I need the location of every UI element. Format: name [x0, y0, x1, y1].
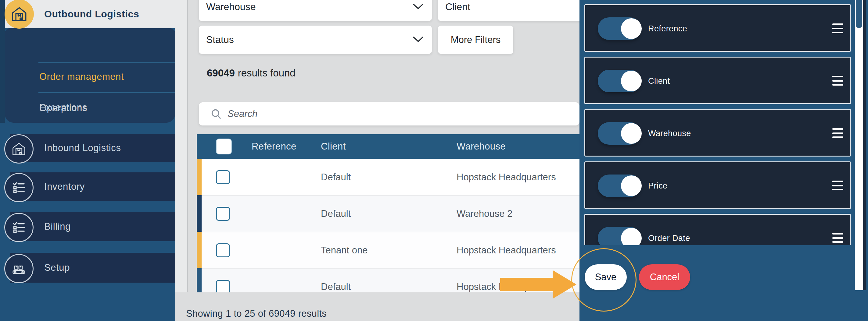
- results-count: 69049 results found: [207, 66, 296, 80]
- orders-table: Reference Client Warehouse Default Hopst…: [197, 134, 580, 292]
- toggle-label: Price: [648, 181, 668, 191]
- submenu-divider: [38, 63, 175, 63]
- table-row[interactable]: Tenant one Hopstack Headquarters: [197, 232, 580, 268]
- row-checkbox[interactable]: [216, 207, 230, 221]
- toggle-switch-client[interactable]: [598, 70, 641, 92]
- column-toggle-card-price[interactable]: Price: [584, 162, 851, 209]
- select-all-checkbox[interactable]: [216, 139, 232, 154]
- submenu-divider: [38, 92, 175, 93]
- column-header-client[interactable]: Client: [321, 141, 346, 152]
- toggle-knob: [621, 71, 642, 92]
- row-status-accent: [197, 268, 202, 292]
- search-icon: [210, 108, 223, 120]
- warehouse-icon: [5, 0, 34, 29]
- sidebar-item-label: Inventory: [44, 181, 85, 192]
- cell-client: Default: [321, 172, 351, 183]
- content-gutter: [175, 0, 188, 292]
- sidebar-item-label: Billing: [44, 221, 71, 232]
- highlight-circle: [571, 248, 637, 312]
- outbound-logistics-label: Outbound Logistics: [44, 8, 139, 20]
- table-row[interactable]: Default Warehouse 2: [197, 195, 580, 232]
- sidebar-submenu: Order management Exceptions Operations: [5, 28, 175, 123]
- checklist-icon: [4, 173, 34, 202]
- results-count-number: 69049: [207, 67, 235, 79]
- drag-handle-icon[interactable]: [832, 76, 843, 85]
- toggle-switch-warehouse[interactable]: [598, 122, 641, 145]
- table-row[interactable]: Default Hopstack Headquarters: [197, 159, 580, 195]
- panel-scrollbar-thumb[interactable]: [856, 0, 862, 28]
- cell-warehouse: Hopstack Headquarters: [457, 172, 556, 183]
- sidebar-item-setup[interactable]: Setup: [10, 253, 175, 283]
- pagination-summary: Showing 1 to 25 of 69049 results: [186, 307, 327, 321]
- table-header-row: Reference Client Warehouse: [197, 134, 580, 159]
- column-toggle-card-client[interactable]: Client: [584, 57, 851, 104]
- toggle-knob: [621, 175, 642, 196]
- sidebar-rail: [0, 0, 5, 123]
- column-header-warehouse[interactable]: Warehouse: [457, 141, 506, 152]
- row-status-accent: [197, 159, 202, 195]
- results-count-suffix: results found: [238, 67, 296, 79]
- cancel-button[interactable]: Cancel: [639, 264, 690, 290]
- more-filters-label: More Filters: [451, 34, 501, 45]
- toggle-switch-price[interactable]: [598, 175, 641, 197]
- cell-client: Default: [321, 281, 351, 292]
- toggle-label: Warehouse: [648, 129, 691, 138]
- sidebar-item-label: Setup: [44, 262, 70, 273]
- row-checkbox[interactable]: [216, 170, 230, 184]
- row-checkbox[interactable]: [216, 243, 230, 257]
- toggle-label: Client: [648, 76, 670, 86]
- toggle-label: Reference: [648, 24, 687, 34]
- row-checkbox[interactable]: [216, 280, 230, 292]
- sidebar-item-inventory[interactable]: Inventory: [10, 172, 175, 201]
- checklist-icon: [4, 213, 34, 242]
- conveyor-icon: [4, 254, 34, 283]
- row-status-accent: [197, 195, 202, 232]
- status-filter-dropdown[interactable]: Status: [199, 26, 432, 54]
- toggle-knob: [621, 123, 642, 144]
- sidebar-item-billing[interactable]: Billing: [10, 212, 175, 241]
- column-toggle-card-warehouse[interactable]: Warehouse: [584, 109, 851, 156]
- chevron-down-icon: [412, 2, 424, 11]
- chevron-down-icon: [412, 35, 424, 44]
- search-placeholder: Search: [227, 108, 257, 119]
- drag-handle-icon[interactable]: [832, 24, 843, 33]
- warehouse-icon: [4, 134, 34, 164]
- row-status-accent: [197, 232, 202, 268]
- sidebar-item-operations[interactable]: Operations: [39, 103, 87, 114]
- panel-scrollbar-track[interactable]: [855, 0, 863, 290]
- toggle-knob: [621, 18, 642, 39]
- panel-edge-strip: [863, 0, 866, 290]
- sidebar-item-inbound-logistics[interactable]: Inbound Logistics: [10, 134, 175, 162]
- highlight-arrow-icon: [500, 278, 553, 291]
- content-divider-line: [187, 0, 188, 292]
- client-filter-label: Client: [445, 1, 470, 12]
- drag-handle-icon[interactable]: [832, 128, 843, 138]
- toggle-switch-reference[interactable]: [598, 17, 641, 40]
- warehouse-filter-label: Warehouse: [206, 1, 255, 12]
- search-input[interactable]: Search: [199, 102, 580, 126]
- warehouse-filter-dropdown[interactable]: Warehouse: [199, 0, 432, 21]
- sidebar-item-order-management[interactable]: Order management: [39, 71, 124, 82]
- more-filters-button[interactable]: More Filters: [438, 26, 513, 54]
- cell-warehouse: Warehouse 2: [457, 208, 513, 219]
- cell-client: Tenant one: [321, 245, 368, 256]
- cancel-button-label: Cancel: [650, 272, 680, 283]
- cell-client: Default: [321, 208, 351, 219]
- sidebar-item-label: Inbound Logistics: [44, 143, 121, 153]
- cell-warehouse: Hopstack Headquarters: [457, 245, 556, 256]
- drag-handle-icon[interactable]: [832, 181, 843, 190]
- toggle-label: Order Date: [648, 234, 690, 243]
- column-toggle-card-reference[interactable]: Reference: [584, 4, 851, 52]
- drag-handle-icon[interactable]: [832, 233, 843, 243]
- column-header-reference[interactable]: Reference: [252, 141, 297, 152]
- status-filter-label: Status: [206, 34, 234, 45]
